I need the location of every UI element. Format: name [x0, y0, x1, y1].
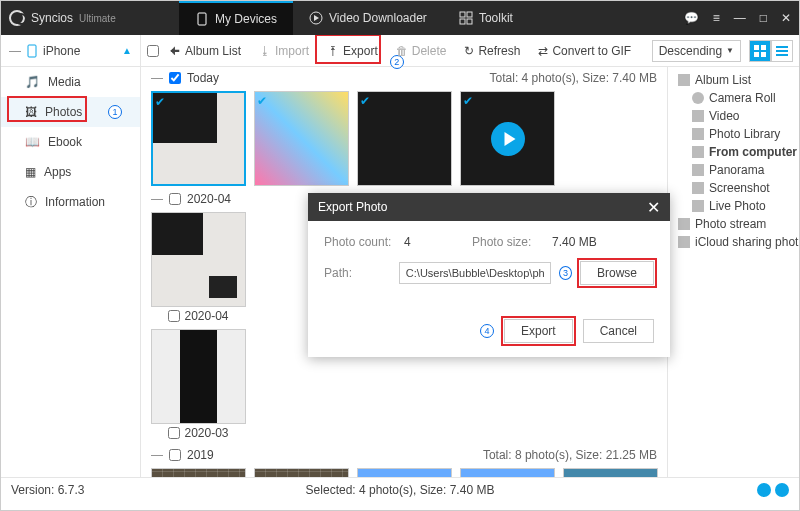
group-label: Today [187, 71, 219, 85]
twitter-icon[interactable] [775, 483, 789, 497]
version-label: Version: 6.7.3 [11, 483, 84, 497]
album-camera-roll[interactable]: Camera Roll [670, 89, 797, 107]
view-toggle [749, 40, 793, 62]
album-live-photo[interactable]: Live Photo [670, 197, 797, 215]
group-total: Total: 4 photo(s), Size: 7.40 MB [490, 71, 657, 85]
play-icon [491, 122, 525, 156]
export-button[interactable]: ⭱Export 2 [319, 39, 386, 63]
thumbnail[interactable] [151, 468, 246, 477]
selection-status: Selected: 4 photo(s), Size: 7.40 MB [306, 483, 495, 497]
svg-rect-7 [754, 45, 759, 50]
chat-icon[interactable]: 💬 [684, 11, 699, 25]
delete-button[interactable]: 🗑Delete [388, 39, 455, 63]
album-video[interactable]: Video [670, 107, 797, 125]
menu-icon[interactable]: ≡ [713, 11, 720, 25]
group-checkbox[interactable] [169, 72, 181, 84]
video-icon [692, 110, 704, 122]
tab-toolkit[interactable]: Toolkit [443, 1, 529, 35]
thumbnail[interactable]: ✔ [254, 91, 349, 186]
group-label: 2019 [187, 448, 214, 462]
close-icon[interactable]: ✕ [781, 11, 791, 25]
album-panorama[interactable]: Panorama [670, 161, 797, 179]
app-name: Syncios [31, 11, 73, 25]
minimize-icon[interactable]: — [734, 11, 746, 25]
svg-rect-5 [467, 19, 472, 24]
album-photo-stream[interactable]: Photo stream [670, 215, 797, 233]
title-bar: Syncios Ultimate My Devices Video Downlo… [1, 1, 799, 35]
camera-icon [692, 92, 704, 104]
maximize-icon[interactable]: □ [760, 11, 767, 25]
dialog-title: Export Photo [318, 200, 387, 214]
path-input[interactable] [399, 262, 551, 284]
nav-information[interactable]: ⓘInformation [1, 187, 140, 217]
thumb-checkbox[interactable] [168, 427, 180, 439]
thumbnail[interactable]: ✔ [460, 91, 555, 186]
thumbnail[interactable]: 2020-03 [151, 329, 246, 442]
group-total: Total: 8 photo(s), Size: 21.25 MB [483, 448, 657, 462]
group-checkbox[interactable] [169, 193, 181, 205]
album-icon [678, 74, 690, 86]
thumbnail[interactable]: ✔ [151, 91, 246, 186]
close-icon[interactable]: ✕ [647, 198, 660, 217]
dialog-titlebar: Export Photo ✕ [308, 193, 670, 221]
tab-my-devices[interactable]: My Devices [179, 1, 293, 35]
step-3-badge: 3 [559, 266, 572, 280]
convert-gif-button[interactable]: ⇄Convert to GIF [530, 39, 639, 63]
book-icon: 📖 [25, 135, 40, 149]
check-icon: ✔ [155, 95, 165, 109]
collapse-icon[interactable]: — [151, 448, 163, 462]
svg-rect-13 [776, 54, 788, 56]
album-from-computer[interactable]: From computer [670, 143, 797, 161]
cancel-button[interactable]: Cancel [583, 319, 654, 343]
svg-rect-12 [776, 50, 788, 52]
thumbnail[interactable]: ✔ [357, 91, 452, 186]
nav-media[interactable]: 🎵Media [1, 67, 140, 97]
group-label: 2020-04 [187, 192, 231, 206]
device-name: iPhone [43, 44, 80, 58]
check-icon: ✔ [257, 94, 267, 108]
tab-video-downloader[interactable]: Video Downloader [293, 1, 443, 35]
album-list-button[interactable]: 🠈Album List [161, 39, 249, 63]
svg-rect-6 [28, 45, 36, 57]
select-all-checkbox[interactable] [147, 45, 159, 57]
svg-rect-3 [467, 12, 472, 17]
collapse-icon[interactable]: — [151, 71, 163, 85]
info-icon: ⓘ [25, 194, 37, 211]
library-icon [692, 128, 704, 140]
album-screenshot[interactable]: Screenshot [670, 179, 797, 197]
social-links [757, 483, 789, 497]
thumbnail[interactable] [254, 468, 349, 477]
group-checkbox[interactable] [169, 449, 181, 461]
photo-icon: 🖼 [25, 105, 37, 119]
status-bar: Version: 6.7.3 Selected: 4 photo(s), Siz… [1, 477, 799, 501]
facebook-icon[interactable] [757, 483, 771, 497]
nav-ebook[interactable]: 📖Ebook [1, 127, 140, 157]
refresh-button[interactable]: ↻Refresh [456, 39, 528, 63]
nav-photos[interactable]: 🖼Photos 1 [1, 97, 140, 127]
browse-button[interactable]: Browse [580, 261, 654, 285]
album-root[interactable]: Album List [670, 71, 797, 89]
screenshot-icon [692, 182, 704, 194]
chevron-up-icon[interactable]: ▲ [122, 45, 132, 56]
phone-icon [195, 12, 209, 26]
device-selector[interactable]: — iPhone ▲ [1, 35, 140, 67]
album-icloud[interactable]: iCloud sharing photo [670, 233, 797, 251]
album-photo-library[interactable]: Photo Library [670, 125, 797, 143]
thumbnail[interactable] [563, 468, 658, 477]
svg-rect-11 [776, 46, 788, 48]
thumbnail[interactable]: 2020-04 [151, 212, 246, 325]
group-header: — Today Total: 4 photo(s), Size: 7.40 MB [145, 67, 663, 89]
grid-view-button[interactable] [749, 40, 771, 62]
nav-apps[interactable]: ▦Apps [1, 157, 140, 187]
sort-dropdown[interactable]: Descending▼ [652, 40, 741, 62]
import-button[interactable]: ⭳Import [251, 39, 317, 63]
collapse-icon[interactable]: — [151, 192, 163, 206]
thumb-checkbox[interactable] [168, 310, 180, 322]
list-view-button[interactable] [771, 40, 793, 62]
thumbnail[interactable] [460, 468, 555, 477]
thumbnail[interactable] [357, 468, 452, 477]
trash-icon: 🗑 [396, 44, 408, 58]
photo-size-label: Photo size: [472, 235, 544, 249]
export-confirm-button[interactable]: Export [504, 319, 573, 343]
top-tabs: My Devices Video Downloader Toolkit [179, 1, 529, 35]
